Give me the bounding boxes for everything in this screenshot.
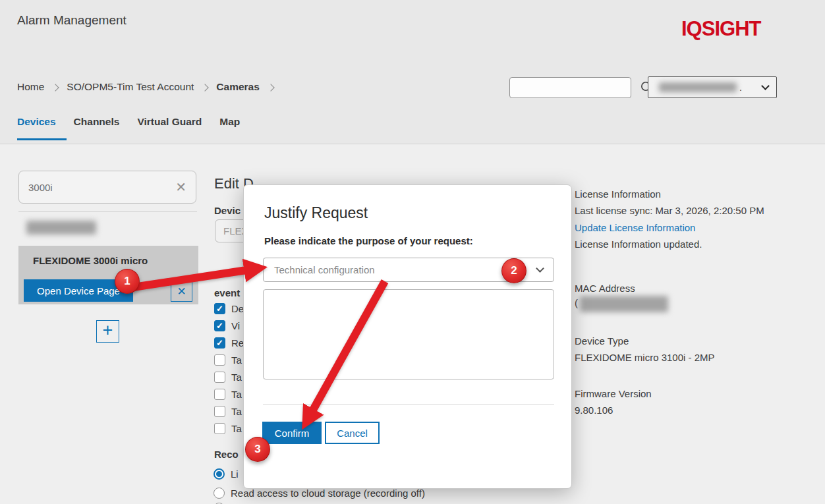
device-card-title: FLEXIDOME 3000i micro [33,255,148,266]
modal-divider [263,404,554,405]
chevron-right-icon [202,84,209,91]
user-name-redacted [659,82,737,92]
checkbox-label: Vi [231,320,240,331]
add-device-button[interactable]: + [96,320,119,343]
chevron-down-icon [536,264,544,273]
license-updated-message: License Information updated. [575,238,702,250]
clear-filter-icon[interactable]: ✕ [175,181,186,194]
confirm-button[interactable]: Confirm [262,422,322,444]
tab-map[interactable]: Map [219,116,240,128]
breadcrumb: Home SO/OPM5-Tim Test Account Cameras [17,81,273,93]
checkbox-label: Ta [231,423,242,434]
last-license-sync: Last license sync: Mar 3, 2026, 2:20:50 … [575,205,764,216]
checkbox-label: Ta [231,389,242,400]
license-info-title: License Information [575,188,661,200]
mac-address-redacted [580,296,668,312]
event-checkbox-row: Vi [214,320,240,331]
mac-address-label: MAC Address [575,283,635,294]
tab-devices[interactable]: Devices [17,116,56,128]
event-checkbox-row: Ta [214,371,242,383]
event-checkbox-row: Re [214,337,244,349]
mac-address-prefix: ( [575,297,578,308]
update-license-link[interactable]: Update License Information [575,222,695,233]
justification-textarea[interactable] [263,289,554,379]
chevron-right-icon [52,84,59,91]
event-checkbox-row: Ta [214,354,242,366]
checkbox-checked[interactable] [214,337,225,349]
device-type-value: FLEXIDOME micro 3100i - 2MP [575,352,715,363]
step-badge-2: 2 [501,258,526,283]
sidebar-divider [18,211,197,212]
breadcrumb-account[interactable]: SO/OPM5-Tim Test Account [67,81,194,93]
tab-virtual-guard[interactable]: Virtual Guard [137,116,202,128]
checkbox-unchecked[interactable] [214,423,225,434]
chevron-right-icon [267,84,274,91]
breadcrumb-home[interactable]: Home [17,81,44,93]
page-title: Alarm Management [17,13,127,28]
device-filter-input[interactable] [28,182,175,193]
events-label: event [214,287,240,298]
event-checkbox-row: De [214,302,244,314]
radio-label: Li [231,468,239,480]
modal-title: Justify Request [264,204,368,222]
checkbox-label: Re [231,337,244,349]
justify-request-modal: Justify Request Please indicate the purp… [243,184,572,489]
step-badge-3: 3 [245,437,270,462]
iqsight-logo: IQSIGHT [681,17,760,41]
user-account-dropdown[interactable]: . [648,76,777,98]
radio-unselected[interactable] [213,488,225,499]
device-name-label: Devic [214,205,241,216]
step-badge-1: 1 [115,269,140,294]
device-type-label: Device Type [575,335,629,347]
event-checkbox-row: Ta [214,388,242,400]
checkbox-unchecked[interactable] [214,372,225,383]
checkbox-unchecked[interactable] [214,406,225,417]
checkbox-unchecked[interactable] [214,354,225,366]
checkbox-label: Ta [231,354,242,366]
event-checkbox-row: Ta [214,405,242,417]
device-card-flexidome[interactable]: FLEXIDOME 3000i micro Open Device Page ✕ [18,246,198,304]
checkbox-checked[interactable] [214,320,225,331]
tab-channels[interactable]: Channels [74,116,120,128]
firmware-version-label: Firmware Version [575,388,652,399]
firmware-version-value: 9.80.106 [575,405,613,416]
radio-label: Read access to cloud storage (recording … [231,488,425,499]
recording-label: Reco [214,449,239,460]
global-search-input[interactable] [510,82,640,93]
checkbox-label: De [231,303,244,314]
event-checkbox-row: Ta [214,422,242,434]
modal-prompt: Please indicate the purpose of your requ… [264,235,473,246]
radio-selected[interactable] [213,468,225,480]
active-tab-underline [17,138,67,140]
recording-radio-row: Li [213,468,239,480]
remove-device-button[interactable]: ✕ [171,281,192,302]
breadcrumb-cameras[interactable]: Cameras [216,81,260,93]
cancel-button[interactable]: Cancel [325,422,380,444]
global-search-box [509,77,631,98]
checkbox-checked[interactable] [214,303,225,314]
device-filter-box: ✕ [18,171,196,204]
checkbox-unchecked[interactable] [214,389,225,400]
purpose-select-value: Technical configuration [274,264,375,275]
checkbox-label: Ta [231,406,242,417]
alarm-management-screen: Alarm Management IQSIGHT Home SO/OPM5-Ti… [0,0,825,504]
device-name-redacted [26,221,96,235]
tab-bar: Devices Channels Virtual Guard Map [17,116,240,128]
chevron-down-icon [761,82,770,90]
user-name-suffix: . [739,82,742,93]
checkbox-label: Ta [231,372,242,383]
